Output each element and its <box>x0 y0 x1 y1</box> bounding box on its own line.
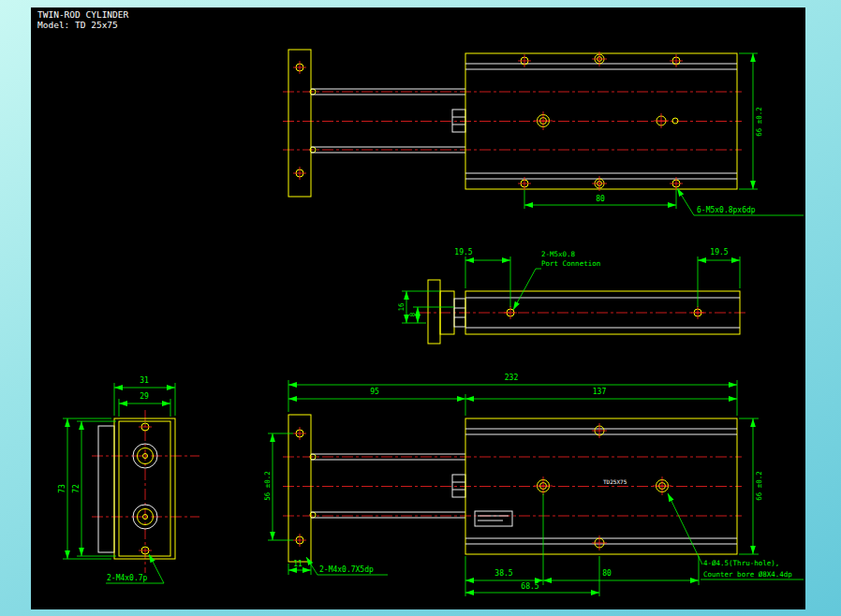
dim-80-text: 80 <box>596 195 605 203</box>
drawing-model: Model: TD 25x75 <box>37 20 118 30</box>
thread-note-text: 2-M4x0.7p <box>107 574 148 582</box>
cad-drawing-svg: TWIN-ROD CYLINDER Model: TD 25x75 <box>0 0 841 616</box>
thread-note-text: 6-M5x0.8px6dp <box>697 206 756 214</box>
dim-8-text: 8 <box>408 312 417 316</box>
dim-66-text: 66 ±0.2 <box>755 107 763 137</box>
dim-72-text: 72 <box>72 484 81 493</box>
dim-68-5-text: 68.5 <box>521 582 539 591</box>
hole-note-line2-text: Counter bore Ø8X4.4dp <box>703 570 792 579</box>
drawing-area <box>31 7 805 609</box>
dim-19-5-right-text: 19.5 <box>710 248 728 257</box>
dim-29-text: 29 <box>140 392 149 401</box>
part-stamp-text: TD25X75 <box>603 478 627 485</box>
dim-19-5-left-text: 19.5 <box>454 248 472 257</box>
dim-11-text: 11 <box>293 560 302 568</box>
dim-31-text: 31 <box>140 376 149 385</box>
title-block: TWIN-ROD CYLINDER Model: TD 25x75 <box>37 9 129 30</box>
dim-38-5-text: 38.5 <box>494 569 512 578</box>
cad-viewport[interactable]: TWIN-ROD CYLINDER Model: TD 25x75 <box>0 0 841 616</box>
dim-56-text: 56 ±0.2 <box>263 471 272 501</box>
dim-66-text: 66 ±0.2 <box>755 471 763 501</box>
dim-95-text: 95 <box>370 388 379 396</box>
dim-137-text: 137 <box>593 388 607 396</box>
dim-73-text: 73 <box>58 484 66 493</box>
dim-232-text: 232 <box>505 374 519 382</box>
thread-note-text: 2-M4x0.7X5dp <box>319 565 374 574</box>
dim-16-text: 16 <box>397 302 406 312</box>
port-note-line2-text: Port Connetion <box>541 259 600 268</box>
drawing-title: TWIN-ROD CYLINDER <box>37 9 129 20</box>
dim-80-text: 80 <box>602 569 612 578</box>
port-note-line1-text: 2-M5x0.8 <box>541 250 576 258</box>
hole-note-line1-text: 4-Ø4.5(Thru-hole), <box>703 559 779 567</box>
